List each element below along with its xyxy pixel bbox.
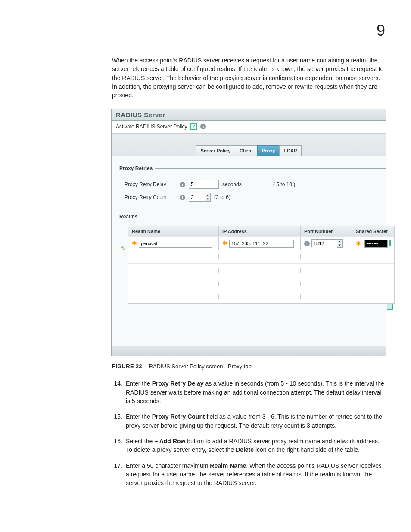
required-star-icon: ✱: [222, 240, 227, 246]
screenshot-radius-server: RADIUS Server Activate RADIUS Server Pol…: [111, 109, 386, 356]
activate-label: Activate RADIUS Server Policy: [116, 124, 187, 130]
spinner-down-icon[interactable]: ▼: [337, 243, 342, 247]
realms-legend: Realms: [119, 214, 140, 220]
port-spinner[interactable]: ▲▼: [311, 239, 343, 248]
realm-name-input[interactable]: [139, 240, 212, 248]
col-realm-name: Realm Name: [128, 226, 219, 236]
corner-checkbox[interactable]: [387, 304, 393, 310]
proxy-retry-count-label: Proxy Retry Count: [125, 194, 176, 200]
step-15: 15.Enter the Proxy Retry Count field as …: [112, 412, 385, 430]
tab-server-policy[interactable]: Server Policy: [196, 145, 236, 156]
proxy-retry-delay-label: Proxy Retry Delay: [125, 181, 176, 187]
shared-secret-input[interactable]: [364, 240, 388, 248]
figure-title: RADIUS Server Policy screen - Proxy tab: [149, 363, 252, 370]
spinner-up-icon[interactable]: ▲: [337, 240, 342, 243]
info-icon[interactable]: i: [200, 124, 206, 129]
intro-paragraph: When the access point's RADIUS server re…: [112, 56, 385, 100]
ip-address-input[interactable]: [229, 240, 294, 248]
info-icon[interactable]: i: [180, 182, 185, 187]
figure-caption: FIGURE 23 RADIUS Server Policy screen - …: [112, 363, 385, 370]
table-row: [128, 290, 394, 303]
step-17: 17.Enter a 50 character maximum Realm Na…: [112, 461, 385, 488]
tab-client[interactable]: Client: [235, 145, 258, 156]
spinner-up-icon[interactable]: ▲: [205, 193, 210, 197]
table-row: [128, 250, 394, 263]
info-icon[interactable]: i: [304, 241, 310, 246]
col-ip-address: IP Address: [219, 226, 301, 236]
panel-title: RADIUS Server: [112, 109, 386, 121]
page-number: 9: [377, 22, 385, 40]
realms-group: Realms Realm Name IP Address Port Number…: [119, 214, 395, 310]
show-secret-checkbox[interactable]: [389, 240, 391, 246]
col-shared-secret: Shared Secret: [352, 226, 394, 236]
col-port-number: Port Number: [301, 226, 352, 236]
spinner-down-icon[interactable]: ▼: [205, 197, 210, 201]
tab-proxy[interactable]: Proxy: [257, 145, 280, 156]
tab-bar: Server Policy Client Proxy LDAP: [112, 133, 386, 156]
proxy-retry-count-spinner[interactable]: ▲▼: [189, 193, 211, 202]
table-row: [128, 277, 394, 290]
proxy-retries-legend: Proxy Retries: [119, 165, 155, 171]
proxy-retry-count-input[interactable]: [189, 193, 205, 202]
proxy-retries-group: Proxy Retries Proxy Retry Delay i second…: [119, 165, 386, 206]
edit-icon[interactable]: ✎: [119, 245, 128, 252]
proxy-retry-delay-range: ( 5 to 10 ): [273, 181, 295, 187]
proxy-retry-delay-input[interactable]: [189, 180, 219, 189]
port-input[interactable]: [311, 239, 337, 247]
activate-checkbox[interactable]: ✓: [190, 123, 197, 130]
step-14: 14.Enter the Proxy Retry Delay as a valu…: [112, 379, 385, 405]
tab-ldap[interactable]: LDAP: [279, 145, 302, 156]
proxy-retry-count-range: (3 to 6): [214, 194, 230, 200]
table-row: ✱ ✱ i ▲▼ ✱: [128, 236, 394, 250]
proxy-retry-delay-unit: seconds: [222, 181, 244, 187]
panel-footer: [112, 346, 386, 356]
realms-table: Realm Name IP Address Port Number Shared…: [128, 226, 395, 304]
figure-number: FIGURE 23: [112, 363, 142, 370]
required-star-icon: ✱: [132, 240, 137, 246]
required-star-icon: ✱: [356, 240, 361, 247]
info-icon[interactable]: i: [180, 195, 185, 200]
table-row: [128, 263, 394, 277]
step-16: 16.Select the + Add Row button to add a …: [112, 437, 385, 454]
